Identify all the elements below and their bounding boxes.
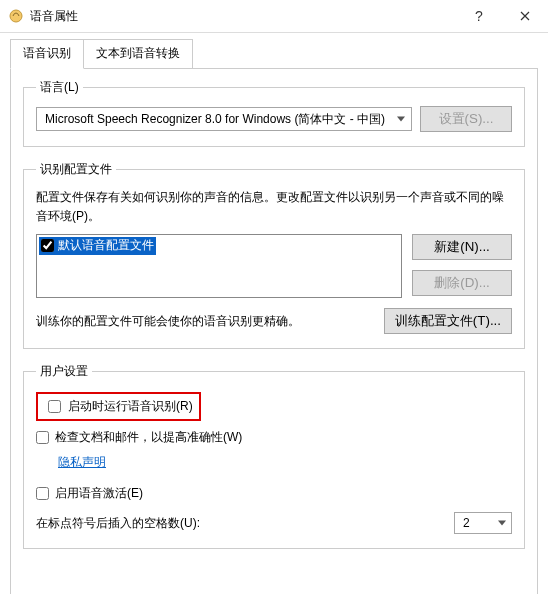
- language-select[interactable]: Microsoft Speech Recognizer 8.0 for Wind…: [36, 107, 412, 131]
- review-docs-label: 检查文档和邮件，以提高准确性(W): [55, 429, 242, 446]
- voice-activation-label: 启用语音激活(E): [55, 485, 143, 502]
- spaces-value: 2: [463, 516, 470, 530]
- language-select-value: Microsoft Speech Recognizer 8.0 for Wind…: [45, 111, 385, 128]
- tab-panel-recognition: 语言(L) Microsoft Speech Recognizer 8.0 fo…: [10, 68, 538, 594]
- group-user-legend: 用户设置: [36, 363, 92, 380]
- run-at-startup-checkbox[interactable]: [48, 400, 61, 413]
- profile-delete-button: 删除(D)...: [412, 270, 512, 296]
- group-user-settings: 用户设置 启动时运行语音识别(R) 检查文档和邮件，以提高准确性(W) 隐私声明…: [23, 363, 525, 549]
- profile-train-button[interactable]: 训练配置文件(T)...: [384, 308, 512, 334]
- tab-tts[interactable]: 文本到语音转换: [83, 39, 193, 69]
- voice-activation-checkbox[interactable]: [36, 487, 49, 500]
- review-docs-checkbox[interactable]: [36, 431, 49, 444]
- group-profiles-legend: 识别配置文件: [36, 161, 116, 178]
- profiles-description: 配置文件保存有关如何识别你的声音的信息。更改配置文件以识别另一个声音或不同的噪音…: [36, 188, 512, 226]
- profile-item-label: 默认语音配置文件: [58, 237, 154, 254]
- svg-point-0: [10, 10, 22, 22]
- profile-item-checkbox[interactable]: [41, 239, 54, 252]
- help-button[interactable]: ?: [456, 0, 502, 32]
- group-profiles: 识别配置文件 配置文件保存有关如何识别你的声音的信息。更改配置文件以识别另一个声…: [23, 161, 525, 349]
- run-at-startup-label: 启动时运行语音识别(R): [68, 398, 193, 415]
- spaces-label: 在标点符号后插入的空格数(U):: [36, 515, 444, 532]
- group-language-legend: 语言(L): [36, 79, 83, 96]
- profile-new-button[interactable]: 新建(N)...: [412, 234, 512, 260]
- window-title: 语音属性: [30, 8, 78, 25]
- tab-strip: 语音识别 文本到语音转换: [10, 39, 548, 69]
- profiles-listbox[interactable]: 默认语音配置文件: [36, 234, 402, 298]
- privacy-link[interactable]: 隐私声明: [58, 454, 106, 471]
- spaces-select[interactable]: 2: [454, 512, 512, 534]
- chevron-down-icon: [498, 521, 506, 526]
- profiles-train-description: 训练你的配置文件可能会使你的语音识别更精确。: [36, 313, 374, 330]
- close-button[interactable]: [502, 0, 548, 32]
- highlight-run-at-startup: 启动时运行语音识别(R): [36, 392, 201, 421]
- chevron-down-icon: [397, 117, 405, 122]
- speech-icon: [8, 8, 24, 24]
- group-language: 语言(L) Microsoft Speech Recognizer 8.0 fo…: [23, 79, 525, 147]
- titlebar: 语音属性 ?: [0, 0, 548, 32]
- tab-recognition[interactable]: 语音识别: [10, 39, 84, 69]
- profile-item-default[interactable]: 默认语音配置文件: [39, 237, 156, 255]
- close-icon: [520, 11, 530, 21]
- language-settings-button: 设置(S)...: [420, 106, 512, 132]
